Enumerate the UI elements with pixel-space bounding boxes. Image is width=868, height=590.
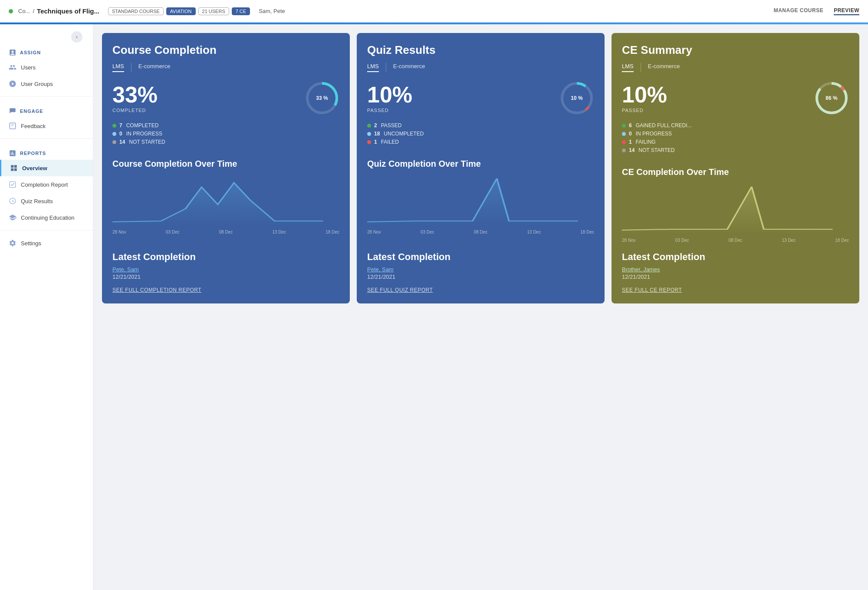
- stat-label-ce-summary: PASSED: [622, 108, 667, 113]
- latest-date-ce-summary: 12/21/2021: [622, 274, 849, 280]
- bullet-label: GAINED FULL CREDI...: [636, 122, 692, 129]
- chart-x-label: 13 Dec: [782, 238, 796, 243]
- card-bullet: 1FAILING: [622, 139, 849, 145]
- chart-xaxis-ce-summary: 28 Nov03 Dec08 Dec13 Dec18 Dec: [622, 238, 849, 243]
- chart-svg-course-completion: [112, 174, 339, 226]
- sidebar-item-quiz-results[interactable]: Quiz Results: [0, 193, 93, 209]
- stat-number-quiz-results: 10%: [367, 83, 412, 106]
- sidebar-item-settings[interactable]: Settings: [0, 235, 93, 251]
- chart-x-label: 18 Dec: [580, 230, 594, 234]
- tab-lms-ce-summary[interactable]: LMS: [622, 63, 634, 72]
- stat-row-quiz-results: 10%PASSED 10 %: [367, 81, 594, 115]
- sidebar-item-user-groups[interactable]: User Groups: [0, 76, 93, 92]
- latest-name-course-completion[interactable]: Pete, Sam: [112, 266, 339, 273]
- card-bullet: 7COMPLETED: [112, 122, 339, 129]
- preview-button[interactable]: PREVIEW: [834, 7, 859, 15]
- card-quiz-results: Quiz ResultsLMSE-commerce10%PASSED 10 %2…: [357, 33, 605, 303]
- donut-quiz-results: 10 %: [559, 81, 594, 115]
- breadcrumb-parent: Co...: [18, 8, 30, 14]
- latest-name-ce-summary[interactable]: Brother, James: [622, 266, 849, 273]
- card-title-quiz-results: Quiz Results: [367, 43, 594, 57]
- sidebar-section-reports: REPORTS: [0, 143, 93, 160]
- sidebar-quiz-results-label: Quiz Results: [21, 198, 53, 204]
- chart-xaxis-quiz-results: 28 Nov03 Dec08 Dec13 Dec18 Dec: [367, 230, 594, 234]
- tab-e-commerce-course-completion[interactable]: E-commerce: [138, 63, 171, 72]
- chart-svg-ce-summary: [622, 182, 849, 234]
- bullet-label: IN PROGRESS: [636, 131, 672, 137]
- bullet-dot: [112, 140, 116, 144]
- card-bullet: 14NOT STARTED: [622, 147, 849, 153]
- bullet-label: NOT STARTED: [638, 147, 674, 153]
- tab-lms-quiz-results[interactable]: LMS: [367, 63, 379, 72]
- bullet-label: NOT STARTED: [129, 139, 165, 145]
- chart-title-course-completion: Course Completion Over Time: [112, 159, 339, 169]
- tab-e-commerce-quiz-results[interactable]: E-commerce: [393, 63, 425, 72]
- latest-date-quiz-results: 12/21/2021: [367, 274, 594, 280]
- bullet-count: 0: [119, 131, 122, 137]
- chart-x-label: 18 Dec: [835, 238, 849, 243]
- sidebar-reports-label: REPORTS: [20, 151, 46, 156]
- chart-x-label: 03 Dec: [421, 230, 434, 234]
- sidebar-item-completion-report[interactable]: Completion Report: [0, 176, 93, 193]
- sidebar-section-engage: ENGAGE: [0, 101, 93, 118]
- chart-area-course-completion: 28 Nov03 Dec08 Dec13 Dec18 Dec: [112, 174, 339, 243]
- layout: ‹ ASSIGN Users User Groups ENGAGE Feedba…: [0, 24, 868, 590]
- bullet-count: 6: [629, 122, 632, 129]
- bullet-dot: [622, 148, 626, 152]
- cards-row: Course CompletionLMSE-commerce33%COMPLET…: [102, 33, 859, 303]
- divider-3: [0, 230, 93, 231]
- card-bullet: 18UNCOMPLETED: [367, 131, 594, 137]
- stat-number-ce-summary: 10%: [622, 83, 667, 106]
- breadcrumb: Co... / Techniques of Flig...: [18, 7, 99, 15]
- latest-name-quiz-results[interactable]: Pete, Sam: [367, 266, 594, 273]
- page-title: Techniques of Flig...: [37, 7, 99, 15]
- tab-lms-course-completion[interactable]: LMS: [112, 63, 124, 72]
- stat-row-ce-summary: 10%PASSED 86 %: [622, 81, 849, 115]
- bullet-count: 2: [374, 122, 377, 129]
- progress-bar: [0, 23, 868, 24]
- main-content: Course CompletionLMSE-commerce33%COMPLET…: [93, 24, 868, 590]
- see-full-link-quiz-results[interactable]: SEE FULL QUIZ REPORT: [367, 287, 594, 293]
- card-course-completion: Course CompletionLMSE-commerce33%COMPLET…: [102, 33, 350, 303]
- stat-row-course-completion: 33%COMPLETED 33 %: [112, 81, 339, 115]
- topbar-user: Sam, Pete: [259, 8, 285, 14]
- chart-x-label: 03 Dec: [675, 238, 689, 243]
- sidebar-item-feedback[interactable]: Feedback: [0, 118, 93, 134]
- chart-title-ce-summary: CE Completion Over Time: [622, 167, 849, 177]
- sidebar: ‹ ASSIGN Users User Groups ENGAGE Feedba…: [0, 24, 93, 590]
- chart-title-quiz-results: Quiz Completion Over Time: [367, 159, 594, 169]
- chart-area-ce-summary: 28 Nov03 Dec08 Dec13 Dec18 Dec: [622, 182, 849, 243]
- see-full-link-course-completion[interactable]: SEE FULL COMPLETION REPORT: [112, 287, 339, 293]
- bullet-dot: [622, 140, 626, 144]
- sidebar-item-overview[interactable]: Overview: [0, 160, 93, 176]
- stat-number-course-completion: 33%: [112, 83, 158, 106]
- donut-label-quiz-results: 10 %: [571, 95, 582, 101]
- chart-x-label: 18 Dec: [326, 230, 339, 234]
- chart-x-label: 08 Dec: [219, 230, 233, 234]
- bullet-dot: [622, 132, 626, 136]
- chart-x-label: 28 Nov: [367, 230, 381, 234]
- sidebar-item-continuing-education[interactable]: Continuing Education: [0, 209, 93, 226]
- chart-area-quiz-results: 28 Nov03 Dec08 Dec13 Dec18 Dec: [367, 174, 594, 243]
- sidebar-item-users[interactable]: Users: [0, 59, 93, 76]
- card-title-ce-summary: CE Summary: [622, 43, 849, 57]
- bullet-label: FAILED: [381, 139, 399, 145]
- card-ce-summary: CE SummaryLMSE-commerce10%PASSED 86 %6GA…: [612, 33, 859, 303]
- latest-title-quiz-results: Latest Completion: [367, 251, 594, 263]
- badge-users: 21 USERS: [198, 7, 229, 15]
- tab-e-commerce-ce-summary[interactable]: E-commerce: [648, 63, 680, 72]
- sidebar-collapse-button[interactable]: ‹: [71, 31, 82, 43]
- see-full-link-ce-summary[interactable]: SEE FULL CE REPORT: [622, 287, 849, 293]
- bullet-count: 1: [374, 139, 377, 145]
- donut-ce-summary: 86 %: [814, 81, 849, 115]
- card-title-course-completion: Course Completion: [112, 43, 339, 57]
- manage-course-button[interactable]: MANAGE COURSE: [774, 7, 824, 15]
- sidebar-feedback-label: Feedback: [21, 123, 46, 129]
- bullet-count: 18: [374, 131, 380, 137]
- bullet-count: 1: [629, 139, 632, 145]
- sidebar-users-label: Users: [21, 64, 36, 71]
- card-bullet: 2PASSED: [367, 122, 594, 129]
- topbar-badges: STANDARD COURSE AVIATION 21 USERS 7 CE: [108, 7, 250, 15]
- sidebar-header: ‹: [0, 31, 93, 43]
- badge-ce: 7 CE: [232, 7, 250, 15]
